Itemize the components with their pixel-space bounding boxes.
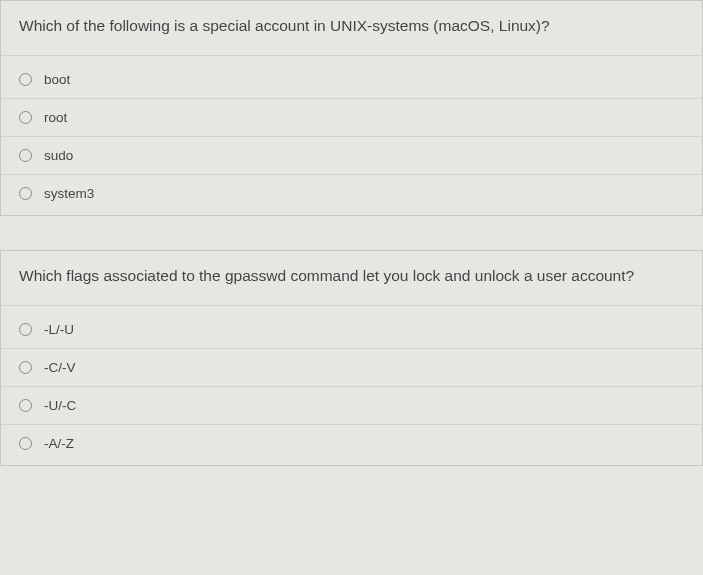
question-1: Which of the following is a special acco… [0, 0, 703, 216]
option-label: root [44, 110, 67, 125]
option-label: -L/-U [44, 322, 74, 337]
radio-icon [19, 361, 32, 374]
radio-icon [19, 399, 32, 412]
option-row[interactable]: sudo [1, 136, 702, 174]
option-label: -C/-V [44, 360, 76, 375]
option-row[interactable]: -A/-Z [1, 424, 702, 465]
question-2: Which flags associated to the gpasswd co… [0, 250, 703, 466]
radio-icon [19, 73, 32, 86]
option-label: -A/-Z [44, 436, 74, 451]
radio-icon [19, 187, 32, 200]
option-row[interactable]: -C/-V [1, 348, 702, 386]
radio-icon [19, 111, 32, 124]
spacer [0, 216, 703, 250]
options-list: boot root sudo system3 [1, 56, 702, 215]
radio-icon [19, 149, 32, 162]
option-row[interactable]: root [1, 98, 702, 136]
option-row[interactable]: system3 [1, 174, 702, 215]
question-prompt: Which flags associated to the gpasswd co… [1, 251, 702, 306]
option-label: boot [44, 72, 70, 87]
radio-icon [19, 437, 32, 450]
options-list: -L/-U -C/-V -U/-C -A/-Z [1, 306, 702, 465]
option-label: sudo [44, 148, 73, 163]
question-prompt: Which of the following is a special acco… [1, 1, 702, 56]
option-row[interactable]: boot [1, 56, 702, 98]
option-label: system3 [44, 186, 94, 201]
radio-icon [19, 323, 32, 336]
option-row[interactable]: -U/-C [1, 386, 702, 424]
option-label: -U/-C [44, 398, 76, 413]
option-row[interactable]: -L/-U [1, 306, 702, 348]
